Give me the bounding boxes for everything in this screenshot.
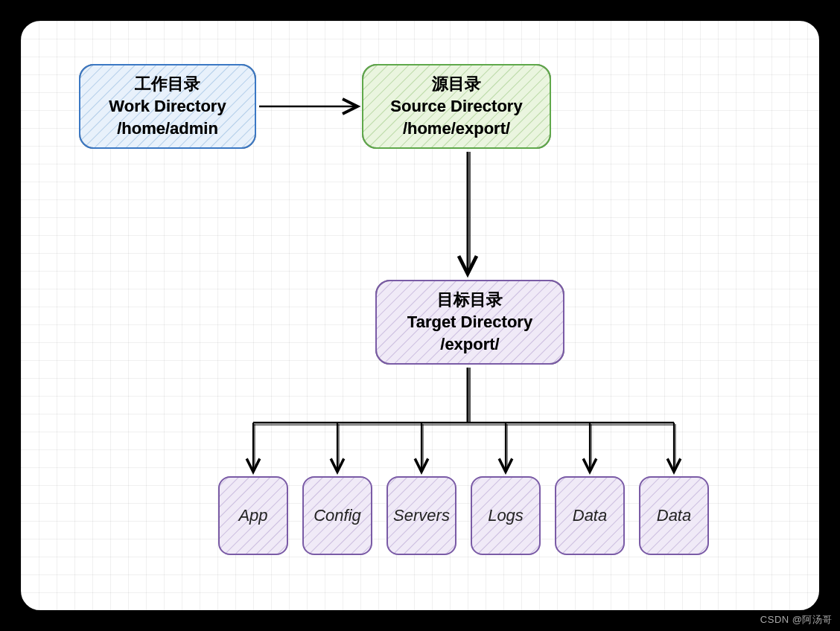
work-title-en: Work Directory: [109, 95, 226, 118]
node-child-logs: Logs: [471, 476, 541, 555]
node-child-data-2: Data: [639, 476, 709, 555]
child-label: Servers: [393, 506, 450, 525]
target-path: /export/: [440, 333, 499, 356]
child-label: Data: [573, 506, 607, 525]
node-child-servers: Servers: [386, 476, 456, 555]
node-child-config: Config: [302, 476, 372, 555]
work-path: /home/admin: [117, 118, 218, 140]
source-title-en: Source Directory: [390, 95, 522, 118]
diagram-panel: 工作目录 Work Directory /home/admin 源目录 Sour…: [19, 19, 821, 612]
node-child-app: App: [218, 476, 288, 555]
credit-text: CSDN @阿汤哥: [760, 613, 833, 627]
node-target-directory: 目标目录 Target Directory /export/: [375, 280, 564, 365]
child-label: Data: [657, 506, 691, 525]
node-child-data-1: Data: [555, 476, 625, 555]
child-label: Logs: [488, 506, 524, 525]
target-title-en: Target Directory: [407, 311, 532, 333]
node-source-directory: 源目录 Source Directory /home/export/: [362, 64, 551, 149]
outer-frame: 工作目录 Work Directory /home/admin 源目录 Sour…: [0, 0, 840, 631]
source-title-zh: 源目录: [432, 73, 481, 95]
node-work-directory: 工作目录 Work Directory /home/admin: [79, 64, 256, 149]
child-label: Config: [314, 506, 361, 525]
target-title-zh: 目标目录: [437, 289, 503, 311]
source-path: /home/export/: [403, 118, 510, 140]
work-title-zh: 工作目录: [135, 73, 200, 95]
child-label: App: [238, 506, 267, 525]
